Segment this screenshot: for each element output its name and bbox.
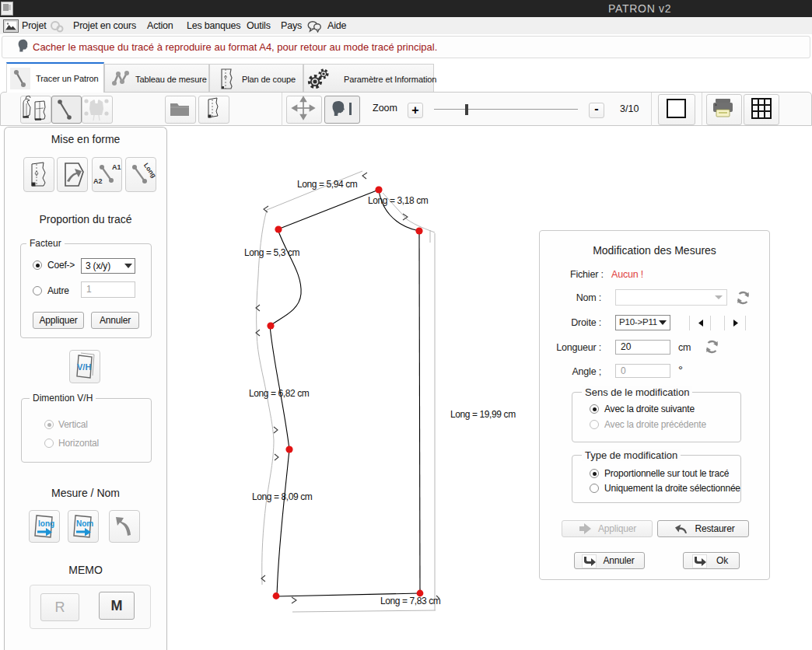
svg-text:Long = 7,83 cm: Long = 7,83 cm [380, 596, 441, 606]
svg-text:long: long [38, 519, 54, 528]
svg-text:Long: Long [142, 162, 156, 180]
svg-text:A2: A2 [93, 177, 103, 185]
svg-text:Long = 3,18 cm: Long = 3,18 cm [368, 195, 429, 206]
svg-text:A1: A1 [112, 163, 121, 171]
svg-text:Nom: Nom [76, 519, 93, 528]
svg-text:Long = 5,3 cm: Long = 5,3 cm [244, 247, 300, 258]
svg-text:Long = 5,94 cm: Long = 5,94 cm [297, 179, 358, 190]
svg-text:Long = 8,09 cm: Long = 8,09 cm [252, 491, 313, 502]
svg-text:V/H: V/H [77, 362, 91, 372]
svg-text:Long = 19,99 cm: Long = 19,99 cm [450, 409, 516, 420]
svg-text:Long = 6,82 cm: Long = 6,82 cm [249, 388, 310, 399]
